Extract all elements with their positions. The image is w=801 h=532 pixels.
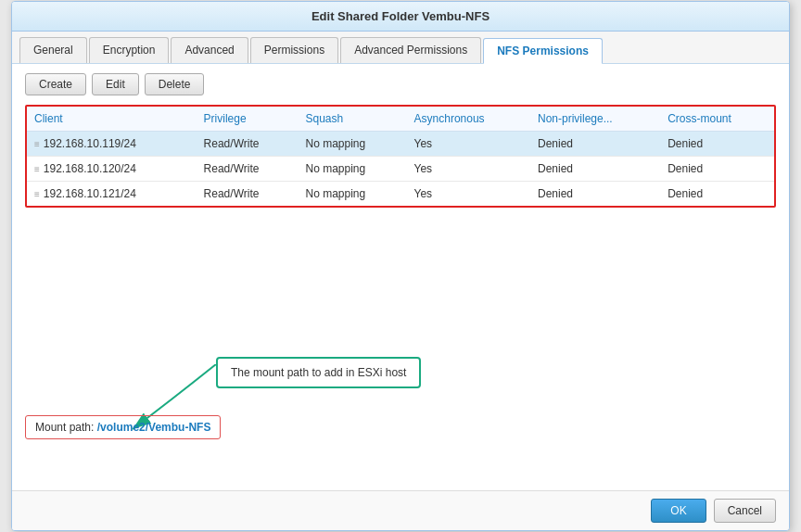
cell-privilege: Read/Write — [197, 182, 299, 207]
content-area: Create Edit Delete Client Privilege Squa… — [12, 64, 789, 490]
tab-encryption[interactable]: Encryption — [89, 37, 170, 63]
col-async: Asynchronous — [407, 107, 530, 132]
cell-crossmount: Denied — [660, 157, 774, 182]
table-row[interactable]: ≡192.168.10.121/24 Read/Write No mapping… — [27, 182, 774, 207]
mount-path-value: /volume2/Vembu-NFS — [97, 421, 211, 434]
dialog-title: Edit Shared Folder Vembu-NFS — [12, 2, 789, 32]
table-row[interactable]: ≡192.168.10.119/24 Read/Write No mapping… — [27, 132, 774, 157]
tab-general[interactable]: General — [19, 37, 87, 63]
cell-crossmount: Denied — [660, 182, 774, 207]
cell-async: Yes — [407, 182, 530, 207]
nfs-table: Client Privilege Squash Asynchronous Non… — [27, 107, 774, 206]
tab-nfs-permissions[interactable]: NFS Permissions — [483, 38, 603, 64]
cell-client: ≡192.168.10.120/24 — [27, 157, 197, 182]
mount-path-label: Mount path: — [35, 421, 94, 434]
cell-privilege: Read/Write — [197, 132, 299, 157]
footer: OK Cancel — [12, 490, 789, 530]
cell-privilege: Read/Write — [197, 157, 299, 182]
toolbar: Create Edit Delete — [25, 73, 776, 95]
cancel-button[interactable]: Cancel — [714, 499, 776, 523]
dialog: Edit Shared Folder Vembu-NFS General Enc… — [11, 1, 790, 531]
cell-client: ≡192.168.10.121/24 — [27, 182, 197, 207]
cell-squash: No mapping — [299, 157, 407, 182]
cell-nonpriv: Denied — [530, 132, 660, 157]
cell-squash: No mapping — [299, 132, 407, 157]
cell-crossmount: Denied — [660, 132, 774, 157]
tabs-bar: General Encryption Advanced Permissions … — [12, 32, 789, 64]
cell-async: Yes — [407, 132, 530, 157]
col-squash: Squash — [299, 107, 407, 132]
col-crossmount: Cross-mount — [660, 107, 774, 132]
cell-nonpriv: Denied — [530, 157, 660, 182]
callout-text: The mount path to add in ESXi host — [231, 366, 406, 379]
col-client: Client — [27, 107, 197, 132]
tab-permissions[interactable]: Permissions — [250, 37, 338, 63]
col-nonpriv: Non-privilege... — [530, 107, 660, 132]
mount-path-section: Mount path: /volume2/Vembu-NFS — [25, 415, 221, 439]
table-header-row: Client Privilege Squash Asynchronous Non… — [27, 107, 774, 132]
col-privilege: Privilege — [197, 107, 299, 132]
nfs-table-container: Client Privilege Squash Asynchronous Non… — [25, 105, 776, 208]
callout-box: The mount path to add in ESXi host — [216, 357, 421, 388]
delete-button[interactable]: Delete — [145, 73, 205, 95]
ok-button[interactable]: OK — [651, 499, 706, 523]
edit-button[interactable]: Edit — [92, 73, 139, 95]
cell-nonpriv: Denied — [530, 182, 660, 207]
tab-advanced-permissions[interactable]: Advanced Permissions — [340, 37, 481, 63]
cell-squash: No mapping — [299, 182, 407, 207]
cell-client: ≡192.168.10.119/24 — [27, 132, 197, 157]
table-row[interactable]: ≡192.168.10.120/24 Read/Write No mapping… — [27, 157, 774, 182]
mount-path-box: Mount path: /volume2/Vembu-NFS — [25, 415, 221, 439]
cell-async: Yes — [407, 157, 530, 182]
tab-advanced[interactable]: Advanced — [171, 37, 248, 63]
create-button[interactable]: Create — [25, 73, 86, 95]
